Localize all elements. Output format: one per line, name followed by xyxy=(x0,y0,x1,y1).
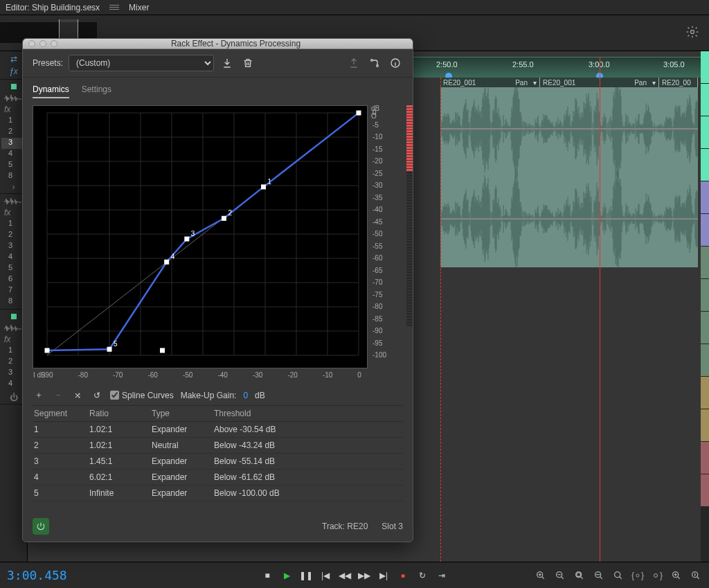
track-color-chip[interactable] xyxy=(701,116,709,148)
track-color-chip[interactable] xyxy=(701,312,709,344)
fast-forward-button[interactable]: ▶▶ xyxy=(359,570,370,581)
zoom-out-h-icon[interactable]: } xyxy=(651,569,663,582)
settings-gear-icon[interactable] xyxy=(685,25,699,42)
maximize-icon[interactable] xyxy=(51,40,57,47)
curve-point-label: 2 xyxy=(228,209,232,217)
curve-point-label: 5 xyxy=(114,340,118,348)
curve-handle[interactable] xyxy=(185,237,189,241)
play-button[interactable]: ▶ xyxy=(281,570,292,581)
track-color-chip[interactable] xyxy=(701,442,709,474)
timecode-display[interactable]: 3:00.458 xyxy=(7,568,67,582)
chevron-down-icon[interactable]: ▾ xyxy=(652,79,656,87)
ruler-tick: 2:55.0 xyxy=(512,60,534,69)
curve-handle[interactable] xyxy=(165,260,169,264)
record-button[interactable]: ● xyxy=(397,570,409,581)
chevron-down-icon[interactable]: ▾ xyxy=(533,79,537,87)
zoom-out-icon[interactable] xyxy=(554,569,566,582)
zoom-selection-icon[interactable] xyxy=(593,569,605,582)
clip-header[interactable]: RE20_001 Pan ▾ xyxy=(440,78,540,87)
pan-label[interactable]: Pan xyxy=(631,79,649,87)
invert-icon[interactable]: ⤨ xyxy=(71,391,84,400)
mixer-tab[interactable]: Mixer xyxy=(129,3,149,12)
col-segment: Segment xyxy=(34,409,89,418)
curve-handle[interactable] xyxy=(222,216,226,220)
y-tick-label: -90 xyxy=(373,327,382,335)
clip-header[interactable]: RE20_00 xyxy=(659,78,698,87)
playhead[interactable] xyxy=(600,57,600,562)
reset-icon[interactable]: ↺ xyxy=(91,391,103,400)
pan-label[interactable]: Pan xyxy=(512,79,530,87)
dynamics-dialog: Rack Effect - Dynamics Processing Preset… xyxy=(22,38,413,542)
zoom-fit-icon[interactable] xyxy=(612,569,625,582)
segment-cell: Expander xyxy=(152,425,214,434)
dialog-titlebar[interactable]: Rack Effect - Dynamics Processing xyxy=(23,39,413,49)
zoom-in-icon[interactable] xyxy=(535,569,547,582)
curve-handle[interactable] xyxy=(262,185,266,189)
stop-button[interactable]: ■ xyxy=(262,570,273,581)
audio-clip[interactable] xyxy=(440,87,698,267)
rewind-button[interactable]: ◀◀ xyxy=(339,570,350,581)
segment-row[interactable]: 31.45:1ExpanderBelow -55.14 dB xyxy=(33,454,403,470)
zoom-out-v-icon[interactable] xyxy=(690,569,702,582)
skip-selection-button[interactable]: ⇥ xyxy=(436,570,447,581)
track-color-chip[interactable] xyxy=(701,247,709,278)
segment-cell: Above -30.54 dB xyxy=(214,425,402,434)
info-icon[interactable] xyxy=(388,55,403,71)
loop-button[interactable]: ↻ xyxy=(417,570,428,581)
skip-forward-button[interactable]: ▶| xyxy=(378,570,389,581)
track-color-chip[interactable] xyxy=(701,474,709,506)
x-tick-label: -20 xyxy=(287,371,297,379)
y-tick-label: -15 xyxy=(373,145,382,153)
track-color-chip[interactable] xyxy=(701,377,709,409)
curve-handle[interactable] xyxy=(161,348,165,353)
editor-title[interactable]: Editor: Ship Building.sesx xyxy=(6,3,100,12)
skip-back-button[interactable]: |◀ xyxy=(320,570,331,581)
segment-row[interactable]: 21.02:1NeutralBelow -43.24 dB xyxy=(33,438,403,454)
track-color-chip[interactable] xyxy=(701,409,709,441)
y-tick-label: -60 xyxy=(373,254,382,262)
add-point-icon[interactable]: ＋ xyxy=(33,389,45,401)
track-color-chip[interactable] xyxy=(701,149,709,181)
x-tick-label: -70 xyxy=(113,371,123,379)
segment-row[interactable]: 5InfiniteExpanderBelow -100.00 dB xyxy=(33,485,403,501)
tab-dynamics[interactable]: Dynamics xyxy=(33,84,69,98)
segment-cell: 4 xyxy=(34,472,89,482)
zoom-full-icon[interactable] xyxy=(573,569,586,582)
footer-slot-label: Slot 3 xyxy=(382,522,403,531)
delete-preset-icon[interactable] xyxy=(240,55,255,71)
col-ratio: Ratio xyxy=(89,409,152,418)
track-color-chip[interactable] xyxy=(701,84,709,116)
track-color-chip[interactable] xyxy=(701,344,709,376)
track-color-chip[interactable] xyxy=(701,51,709,83)
y-tick-label: -75 xyxy=(373,291,382,299)
track-color-chip[interactable] xyxy=(701,279,709,311)
segment-cell: 2 xyxy=(34,440,89,450)
segment-row[interactable]: 11.02:1ExpanderAbove -30.54 dB xyxy=(33,422,403,438)
curve-handle[interactable] xyxy=(357,111,361,115)
col-threshold: Threshold xyxy=(214,409,402,418)
top-bar: Editor: Ship Building.sesx Mixer xyxy=(0,0,709,15)
save-preset-icon[interactable] xyxy=(219,55,235,71)
track-color-chip[interactable] xyxy=(701,214,709,246)
track-color-chip[interactable] xyxy=(11,84,17,89)
close-icon[interactable] xyxy=(28,40,35,47)
track-color-chip[interactable] xyxy=(701,181,709,213)
track-color-column xyxy=(701,51,709,562)
routing-icon[interactable] xyxy=(367,55,382,71)
minimize-icon[interactable] xyxy=(39,40,46,47)
pause-button[interactable]: ❚❚ xyxy=(300,570,312,581)
track-color-chip[interactable] xyxy=(11,314,17,319)
segment-row[interactable]: 46.02:1ExpanderBelow -61.62 dB xyxy=(33,470,403,485)
zoom-in-h-icon[interactable]: {} xyxy=(631,569,644,582)
curve-handle[interactable] xyxy=(45,348,49,353)
col-type: Type xyxy=(152,409,214,418)
transfer-curve-chart[interactable]: 12345 dB O 0-5-10-15-20-25-30-35-40-45-5… xyxy=(33,105,403,382)
zoom-in-v-icon[interactable] xyxy=(670,569,683,582)
hamburger-icon[interactable] xyxy=(109,5,119,10)
makeup-gain-value[interactable]: 0 xyxy=(243,391,248,400)
effect-power-button[interactable] xyxy=(33,518,49,535)
preset-select[interactable]: (Custom) xyxy=(69,55,214,71)
tab-settings[interactable]: Settings xyxy=(82,84,111,98)
spline-checkbox[interactable] xyxy=(110,391,119,400)
curve-handle[interactable] xyxy=(107,347,111,351)
